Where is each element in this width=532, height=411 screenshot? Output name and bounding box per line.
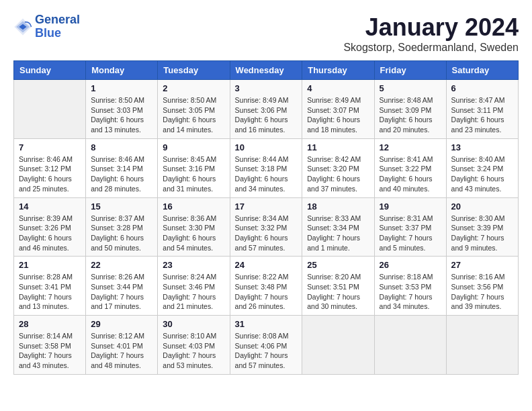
day-info: Sunrise: 8:49 AM Sunset: 3:06 PM Dayligh…	[235, 95, 298, 135]
day-number: 11	[307, 142, 369, 152]
day-info: Sunrise: 8:28 AM Sunset: 3:41 PM Dayligh…	[19, 272, 81, 312]
day-number: 9	[163, 142, 224, 152]
day-info: Sunrise: 8:47 AM Sunset: 3:11 PM Dayligh…	[451, 95, 513, 135]
calendar-cell	[14, 80, 86, 139]
day-info: Sunrise: 8:10 AM Sunset: 4:03 PM Dayligh…	[163, 331, 224, 371]
day-info: Sunrise: 8:41 AM Sunset: 3:22 PM Dayligh…	[380, 154, 441, 194]
day-number: 15	[91, 201, 152, 212]
calendar-cell: 19Sunrise: 8:31 AM Sunset: 3:37 PM Dayli…	[374, 197, 446, 257]
calendar-cell: 21Sunrise: 8:28 AM Sunset: 3:41 PM Dayli…	[14, 257, 86, 316]
calendar-cell: 27Sunrise: 8:16 AM Sunset: 3:56 PM Dayli…	[446, 257, 518, 316]
day-number: 14	[19, 201, 81, 212]
day-info: Sunrise: 8:12 AM Sunset: 4:01 PM Dayligh…	[91, 331, 152, 371]
calendar-cell: 3Sunrise: 8:49 AM Sunset: 3:06 PM Daylig…	[230, 80, 302, 139]
day-info: Sunrise: 8:30 AM Sunset: 3:39 PM Dayligh…	[451, 214, 513, 253]
day-info: Sunrise: 8:33 AM Sunset: 3:34 PM Dayligh…	[307, 214, 369, 253]
calendar-cell	[374, 316, 446, 375]
day-number: 6	[451, 83, 513, 93]
calendar-cell: 12Sunrise: 8:41 AM Sunset: 3:22 PM Dayli…	[374, 138, 446, 197]
calendar-cell: 8Sunrise: 8:46 AM Sunset: 3:14 PM Daylig…	[86, 138, 158, 197]
day-info: Sunrise: 8:36 AM Sunset: 3:30 PM Dayligh…	[163, 214, 224, 253]
logo-text: General Blue	[35, 13, 80, 40]
calendar-week-2: 7Sunrise: 8:46 AM Sunset: 3:12 PM Daylig…	[14, 138, 519, 197]
calendar-cell	[302, 316, 374, 375]
day-info: Sunrise: 8:44 AM Sunset: 3:18 PM Dayligh…	[235, 154, 298, 194]
header-wednesday: Wednesday	[230, 61, 302, 80]
day-info: Sunrise: 8:22 AM Sunset: 3:48 PM Dayligh…	[235, 272, 298, 312]
day-number: 13	[451, 142, 513, 152]
calendar-cell: 31Sunrise: 8:08 AM Sunset: 4:06 PM Dayli…	[230, 316, 302, 375]
day-number: 5	[380, 83, 441, 93]
day-number: 2	[163, 83, 224, 93]
day-info: Sunrise: 8:18 AM Sunset: 3:53 PM Dayligh…	[380, 272, 441, 312]
calendar-table: SundayMondayTuesdayWednesdayThursdayFrid…	[13, 60, 519, 375]
calendar-cell: 28Sunrise: 8:14 AM Sunset: 3:58 PM Dayli…	[14, 316, 86, 375]
day-info: Sunrise: 8:26 AM Sunset: 3:44 PM Dayligh…	[91, 272, 152, 312]
day-info: Sunrise: 8:42 AM Sunset: 3:20 PM Dayligh…	[307, 154, 369, 194]
day-number: 21	[19, 260, 81, 270]
month-title: January 2024	[343, 13, 519, 42]
day-number: 22	[91, 260, 152, 270]
calendar-cell: 6Sunrise: 8:47 AM Sunset: 3:11 PM Daylig…	[446, 80, 518, 139]
header-monday: Monday	[86, 61, 158, 80]
calendar-cell: 24Sunrise: 8:22 AM Sunset: 3:48 PM Dayli…	[230, 257, 302, 316]
calendar-cell: 11Sunrise: 8:42 AM Sunset: 3:20 PM Dayli…	[302, 138, 374, 197]
day-number: 23	[163, 260, 224, 270]
day-number: 7	[19, 142, 81, 152]
calendar-cell: 10Sunrise: 8:44 AM Sunset: 3:18 PM Dayli…	[230, 138, 302, 197]
day-info: Sunrise: 8:20 AM Sunset: 3:51 PM Dayligh…	[307, 272, 369, 312]
calendar-cell: 5Sunrise: 8:48 AM Sunset: 3:09 PM Daylig…	[374, 80, 446, 139]
page-header: General Blue January 2024 Skogstorp, Soe…	[13, 13, 519, 54]
day-number: 26	[380, 260, 441, 270]
header-thursday: Thursday	[302, 61, 374, 80]
day-number: 3	[235, 83, 298, 93]
calendar-cell: 4Sunrise: 8:49 AM Sunset: 3:07 PM Daylig…	[302, 80, 374, 139]
day-number: 25	[307, 260, 369, 270]
calendar-cell: 22Sunrise: 8:26 AM Sunset: 3:44 PM Dayli…	[86, 257, 158, 316]
day-info: Sunrise: 8:46 AM Sunset: 3:12 PM Dayligh…	[19, 154, 81, 194]
day-info: Sunrise: 8:46 AM Sunset: 3:14 PM Dayligh…	[91, 154, 152, 194]
logo-icon	[13, 17, 32, 36]
day-info: Sunrise: 8:24 AM Sunset: 3:46 PM Dayligh…	[163, 272, 224, 312]
day-number: 18	[307, 201, 369, 212]
day-number: 16	[163, 201, 224, 212]
day-number: 31	[235, 319, 298, 329]
day-number: 24	[235, 260, 298, 270]
day-number: 20	[451, 201, 513, 212]
day-info: Sunrise: 8:40 AM Sunset: 3:24 PM Dayligh…	[451, 154, 513, 194]
calendar-header-row: SundayMondayTuesdayWednesdayThursdayFrid…	[14, 61, 519, 80]
header-tuesday: Tuesday	[158, 61, 230, 80]
day-info: Sunrise: 8:48 AM Sunset: 3:09 PM Dayligh…	[380, 95, 441, 135]
header-sunday: Sunday	[14, 61, 86, 80]
day-number: 29	[91, 319, 152, 329]
day-info: Sunrise: 8:16 AM Sunset: 3:56 PM Dayligh…	[451, 272, 513, 312]
calendar-cell: 30Sunrise: 8:10 AM Sunset: 4:03 PM Dayli…	[158, 316, 230, 375]
day-info: Sunrise: 8:31 AM Sunset: 3:37 PM Dayligh…	[380, 214, 441, 253]
day-info: Sunrise: 8:37 AM Sunset: 3:28 PM Dayligh…	[91, 214, 152, 253]
calendar-cell: 17Sunrise: 8:34 AM Sunset: 3:32 PM Dayli…	[230, 197, 302, 257]
calendar-cell: 1Sunrise: 8:50 AM Sunset: 3:03 PM Daylig…	[86, 80, 158, 139]
day-number: 12	[380, 142, 441, 152]
calendar-week-5: 28Sunrise: 8:14 AM Sunset: 3:58 PM Dayli…	[14, 316, 519, 375]
day-number: 4	[307, 83, 369, 93]
calendar-cell: 29Sunrise: 8:12 AM Sunset: 4:01 PM Dayli…	[86, 316, 158, 375]
day-info: Sunrise: 8:34 AM Sunset: 3:32 PM Dayligh…	[235, 214, 298, 253]
day-number: 19	[380, 201, 441, 212]
calendar-cell: 18Sunrise: 8:33 AM Sunset: 3:34 PM Dayli…	[302, 197, 374, 257]
day-info: Sunrise: 8:45 AM Sunset: 3:16 PM Dayligh…	[163, 154, 224, 194]
calendar-cell: 26Sunrise: 8:18 AM Sunset: 3:53 PM Dayli…	[374, 257, 446, 316]
calendar-cell: 14Sunrise: 8:39 AM Sunset: 3:26 PM Dayli…	[14, 197, 86, 257]
day-number: 27	[451, 260, 513, 270]
day-info: Sunrise: 8:39 AM Sunset: 3:26 PM Dayligh…	[19, 214, 81, 253]
calendar-week-4: 21Sunrise: 8:28 AM Sunset: 3:41 PM Dayli…	[14, 257, 519, 316]
calendar-cell	[446, 316, 518, 375]
calendar-cell: 9Sunrise: 8:45 AM Sunset: 3:16 PM Daylig…	[158, 138, 230, 197]
day-info: Sunrise: 8:50 AM Sunset: 3:03 PM Dayligh…	[91, 95, 152, 135]
day-number: 28	[19, 319, 81, 329]
calendar-week-3: 14Sunrise: 8:39 AM Sunset: 3:26 PM Dayli…	[14, 197, 519, 257]
day-info: Sunrise: 8:08 AM Sunset: 4:06 PM Dayligh…	[235, 331, 298, 371]
title-section: January 2024 Skogstorp, Soedermanland, S…	[343, 13, 519, 54]
day-info: Sunrise: 8:49 AM Sunset: 3:07 PM Dayligh…	[307, 95, 369, 135]
calendar-cell: 20Sunrise: 8:30 AM Sunset: 3:39 PM Dayli…	[446, 197, 518, 257]
calendar-cell: 16Sunrise: 8:36 AM Sunset: 3:30 PM Dayli…	[158, 197, 230, 257]
